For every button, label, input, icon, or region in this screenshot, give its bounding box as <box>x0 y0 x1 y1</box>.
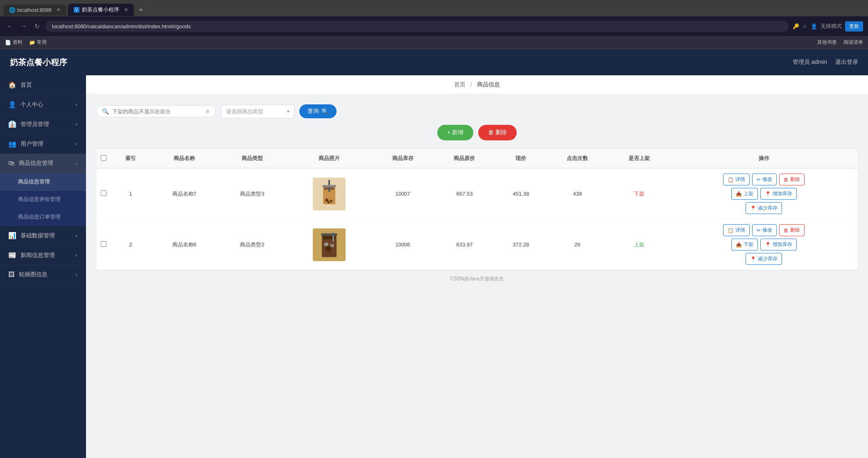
bookmark-other[interactable]: 其他书签 <box>817 39 837 46</box>
type-select[interactable]: 请选择商品类型 商品类型1 商品类型2 商品类型3 <box>221 105 294 118</box>
row2-delete-icon: 🗑 <box>784 228 789 233</box>
delete-label: 🗑 删除 <box>488 129 507 136</box>
sidebar-basic-label: 基础数据管理 <box>20 232 55 239</box>
query-button[interactable]: 查询 🔍 <box>299 104 337 118</box>
row1-status: 下架 <box>608 168 670 219</box>
update-button[interactable]: 更新 <box>845 21 863 32</box>
sidebar-item-news[interactable]: 📰 新闻信息管理 ∨ <box>0 246 86 265</box>
tab-2[interactable]: V 奶茶点餐小程序 ✕ <box>68 4 134 16</box>
col-status: 是否上架 <box>608 149 670 168</box>
row2-index: 2 <box>111 219 150 270</box>
row1-original-price: 667.53 <box>434 168 495 219</box>
reload-button[interactable]: ↻ <box>33 21 41 32</box>
sidebar-banner-left: 🖼 轮插图信息 <box>8 271 47 278</box>
sidebar-sub-goods-manage[interactable]: 商品信息管理 <box>0 173 86 191</box>
address-input[interactable] <box>45 21 789 32</box>
bookmark-reading[interactable]: 阅读清单 <box>843 39 863 46</box>
row1-clicks: 439 <box>547 168 608 219</box>
row1-reduce-stock-button[interactable]: 📍 减少库存 <box>746 202 782 214</box>
tab-2-title: 奶茶点餐小程序 <box>82 6 119 14</box>
add-label: + 新增 <box>447 129 463 136</box>
row1-edit-button[interactable]: ✏ 修改 <box>752 174 777 185</box>
goods-arrow: ∧ <box>75 161 78 166</box>
col-actions: 操作 <box>670 149 858 168</box>
row2-action-group: 📋 详情 ✏ 修改 � <box>674 224 854 265</box>
row1-detail-button[interactable]: 📋 详情 <box>723 174 750 185</box>
batch-delete-button[interactable]: 🗑 删除 <box>478 125 517 140</box>
breadcrumb: 首页 / 商品信息 <box>86 75 868 95</box>
row1-delete-button[interactable]: 🗑 删除 <box>779 174 805 185</box>
table-row: 2 商品名称6 商品类型2 <box>96 219 858 270</box>
sidebar-sub-goods-review[interactable]: 商品信息评价管理 <box>0 191 86 208</box>
tab-2-close[interactable]: ✕ <box>124 7 128 13</box>
svg-rect-13 <box>332 232 334 242</box>
search-bar: 🔍 ⊗ 请选择商品类型 商品类型1 商品类型2 商品类型3 ▼ <box>96 104 858 118</box>
sidebar-profile-label: 个人中心 <box>20 101 43 108</box>
row2-checkbox[interactable] <box>101 241 106 247</box>
row2-delete-button[interactable]: 🗑 删除 <box>779 224 805 236</box>
breadcrumb-home[interactable]: 首页 <box>454 81 466 88</box>
row2-reduce-icon: 📍 <box>750 256 756 262</box>
home-icon: 🏠 <box>8 81 16 89</box>
lock-icon: 🔑 <box>793 23 799 29</box>
col-index: 索引 <box>111 149 150 168</box>
admin-icon: 👔 <box>8 120 16 128</box>
row1-shelf-on-button[interactable]: 📥 上架 <box>731 188 758 200</box>
row1-checkbox[interactable] <box>101 190 106 196</box>
sidebar-item-basic[interactable]: 📊 基础数据管理 ∨ <box>0 226 86 246</box>
sidebar-item-profile[interactable]: 👤 个人中心 ∨ <box>0 95 86 115</box>
row1-product-image <box>313 178 346 210</box>
row2-product-svg <box>317 228 341 261</box>
clear-icon[interactable]: ⊗ <box>206 108 210 114</box>
sidebar-item-users[interactable]: 👥 用户管理 ∨ <box>0 134 86 154</box>
row1-add-stock-button[interactable]: 📍 增加库存 <box>760 188 797 200</box>
sidebar-goods-sub: 商品信息管理 商品信息评价管理 商品信息订单管理 <box>0 173 86 226</box>
row2-photo <box>286 219 372 270</box>
action-bar: + 新增 🗑 删除 <box>96 125 858 140</box>
sidebar-users-label: 用户管理 <box>20 140 43 148</box>
row2-edit-button[interactable]: ✏ 修改 <box>752 224 777 236</box>
bookmark-icon[interactable]: ☆ <box>802 23 807 29</box>
search-input[interactable] <box>112 108 202 115</box>
profile-icon: 👤 <box>8 101 16 108</box>
sidebar-sub-goods-order[interactable]: 商品信息订单管理 <box>0 208 86 226</box>
row2-checkbox-cell <box>96 219 111 270</box>
tab-1-favicon: 🌐 <box>9 7 15 13</box>
row2-shelf-off-button[interactable]: 📤 下架 <box>731 239 758 250</box>
table-header-row: 索引 商品名称 商品类型 商品照片 商品库存 商品原价 现价 点击次数 是否上架… <box>96 149 858 168</box>
row1-action-group: 📋 详情 ✏ 修改 � <box>674 174 854 214</box>
account-icon: 👤 <box>811 23 817 29</box>
bookmark-item-1[interactable]: 📄 资料 <box>5 39 23 46</box>
forward-button[interactable]: → <box>19 21 29 32</box>
sidebar-item-home[interactable]: 🏠 首页 <box>0 75 86 95</box>
type-select-wrap: 请选择商品类型 商品类型1 商品类型2 商品类型3 ▼ <box>221 105 294 118</box>
col-stock: 商品库存 <box>372 149 434 168</box>
tab-1-close[interactable]: ✕ <box>57 7 61 13</box>
new-tab-button[interactable]: + <box>136 5 147 15</box>
select-all-checkbox[interactable] <box>101 155 106 161</box>
sidebar-item-banner[interactable]: 🖼 轮插图信息 ∨ <box>0 265 86 284</box>
sidebar-item-admin[interactable]: 👔 管理员管理 ∨ <box>0 115 86 134</box>
sidebar-basic-left: 📊 基础数据管理 <box>8 232 55 239</box>
row2-reduce-stock-button[interactable]: 📍 减少库存 <box>746 253 782 265</box>
add-button[interactable]: + 新增 <box>437 125 473 140</box>
sidebar-news-label: 新闻信息管理 <box>20 252 55 259</box>
back-button[interactable]: ← <box>5 21 15 32</box>
footer-credit: CSDN@Java开源领先生 <box>96 271 858 287</box>
svg-rect-4 <box>322 185 336 187</box>
content-area: 🔍 ⊗ 请选择商品类型 商品类型1 商品类型2 商品类型3 ▼ <box>86 95 868 297</box>
row2-detail-button[interactable]: 📋 详情 <box>723 224 750 236</box>
tab-1[interactable]: 🌐 localhost:8099 ✕ <box>3 5 66 16</box>
sidebar-banner-label: 轮插图信息 <box>19 271 47 278</box>
sidebar-item-goods[interactable]: 🛍 商品信息管理 ∧ <box>0 154 86 173</box>
row2-status-badge: 上架 <box>634 241 644 248</box>
app-title: 奶茶点餐小程序 <box>10 57 67 68</box>
logout-button[interactable]: 退出登录 <box>835 59 858 66</box>
row2-add-stock-button[interactable]: 📍 增加库存 <box>760 239 797 250</box>
query-label: 查询 <box>307 108 319 115</box>
row1-product-svg <box>317 178 341 210</box>
sidebar-users-left: 👥 用户管理 <box>8 140 43 148</box>
admin-label: 管理员 admin <box>793 59 827 66</box>
product-table: 索引 商品名称 商品类型 商品照片 商品库存 商品原价 现价 点击次数 是否上架… <box>96 149 858 270</box>
bookmark-item-2[interactable]: 📁 常用 <box>29 39 47 46</box>
